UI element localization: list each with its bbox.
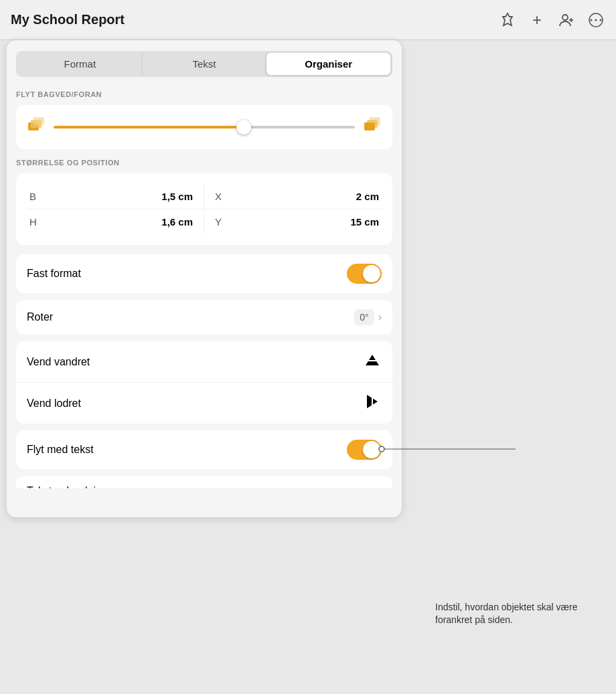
- callout: Indstil, hvordan objektet skal være fora…: [435, 601, 596, 627]
- size-cell-y[interactable]: Y 15 cm: [204, 209, 382, 234]
- top-bar: My School Report +: [0, 0, 616, 40]
- move-card: [16, 105, 392, 149]
- more-icon[interactable]: [587, 11, 605, 29]
- layer-slider-row: [27, 116, 382, 139]
- layer-slider[interactable]: [54, 126, 355, 128]
- vend-card: Vend vandret Vend lodret: [16, 341, 392, 424]
- svg-point-3: [591, 19, 593, 21]
- roter-chevron-icon: ›: [378, 311, 382, 323]
- vend-vandret-label: Vend vandret: [27, 356, 90, 368]
- flyt-med-tekst-label: Flyt med tekst: [27, 444, 94, 456]
- vend-vandret-row[interactable]: Vend vandret: [16, 341, 392, 382]
- size-card: B 1,5 cm X 2 cm H 1,6 cm Y 15 cm: [16, 173, 392, 245]
- toolbar-icons: +: [498, 11, 605, 29]
- svg-rect-9: [33, 117, 44, 125]
- vend-lodret-icon: [363, 392, 382, 414]
- layer-front-icon: [363, 116, 382, 139]
- inspector-panel: Format Tekst Organiser FLYT BAGVED/FORAN: [7, 40, 402, 517]
- size-label-h: H: [29, 216, 43, 228]
- size-label-b: B: [29, 191, 43, 202]
- svg-marker-19: [370, 394, 374, 395]
- vend-lodret-label: Vend lodret: [27, 398, 81, 410]
- roter-row[interactable]: Roter 0° ›: [16, 300, 392, 335]
- svg-point-4: [595, 19, 597, 21]
- svg-point-22: [379, 446, 384, 452]
- size-value-x: 2 cm: [228, 191, 379, 202]
- partial-label: Tekstombrydning: [27, 485, 108, 497]
- svg-point-0: [562, 15, 568, 20]
- pin-icon[interactable]: [498, 11, 517, 29]
- add-person-icon[interactable]: [557, 11, 576, 29]
- fast-format-row: Fast format: [16, 254, 392, 293]
- size-label-y: Y: [215, 216, 228, 228]
- size-value-b: 1,5 cm: [43, 191, 193, 202]
- size-section-label: STØRRELSE OG POSITION: [16, 159, 392, 167]
- tab-bar: Format Tekst Organiser: [16, 51, 392, 77]
- app-title: My School Report: [11, 12, 490, 27]
- vend-vandret-icon: [363, 351, 382, 373]
- roter-value: 0°: [354, 309, 374, 325]
- fast-format-toggle[interactable]: [347, 264, 382, 284]
- vend-lodret-row[interactable]: Vend lodret: [16, 382, 392, 424]
- flyt-med-tekst-row: Flyt med tekst: [16, 430, 392, 469]
- add-icon[interactable]: +: [528, 11, 546, 29]
- svg-marker-20: [370, 408, 374, 410]
- svg-rect-12: [364, 122, 375, 131]
- roter-right: 0° ›: [354, 309, 382, 325]
- svg-marker-16: [379, 359, 380, 363]
- callout-line-svg: [382, 449, 529, 450]
- layer-back-icon: [27, 116, 46, 139]
- move-section-label: FLYT BAGVED/FORAN: [16, 90, 392, 98]
- size-cell-x[interactable]: X 2 cm: [204, 184, 382, 209]
- size-cell-h[interactable]: H 1,6 cm: [27, 209, 204, 234]
- tab-organiser[interactable]: Organiser: [266, 53, 390, 75]
- size-label-x: X: [215, 191, 228, 202]
- callout-text: Indstil, hvordan objektet skal være fora…: [435, 602, 577, 626]
- size-grid: B 1,5 cm X 2 cm H 1,6 cm Y 15 cm: [27, 184, 382, 234]
- flyt-med-tekst-knob: [363, 441, 380, 458]
- size-cell-b[interactable]: B 1,5 cm: [27, 184, 204, 209]
- svg-point-5: [600, 19, 602, 21]
- slider-thumb: [236, 120, 251, 135]
- fast-format-knob: [363, 265, 380, 282]
- tab-format[interactable]: Format: [18, 53, 143, 75]
- fast-format-label: Fast format: [27, 268, 81, 280]
- size-value-h: 1,6 cm: [43, 216, 193, 228]
- size-value-y: 15 cm: [228, 216, 379, 228]
- roter-label: Roter: [27, 311, 53, 323]
- tab-tekst[interactable]: Tekst: [143, 53, 267, 75]
- partial-bottom-row: Tekstombrydning: [16, 476, 392, 507]
- flyt-med-tekst-toggle[interactable]: [347, 440, 382, 460]
- svg-marker-15: [364, 359, 366, 363]
